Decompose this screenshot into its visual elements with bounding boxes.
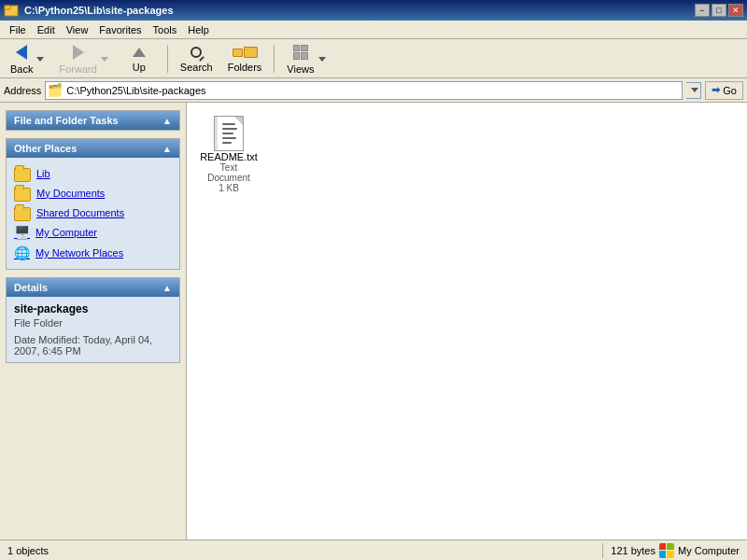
other-places-header[interactable]: Other Places ▲ <box>7 139 179 158</box>
search-icon <box>187 45 205 60</box>
views-label: Views <box>287 63 314 75</box>
other-places-content: Lib My Documents Shared Documents 🖥️ My … <box>7 158 179 269</box>
toolbar-separator-2 <box>274 45 275 73</box>
readme-filetype: Text Document <box>200 162 258 183</box>
views-button[interactable]: Views <box>280 42 331 76</box>
details-content: site-packages File Folder Date Modified:… <box>7 297 179 362</box>
status-bar: 1 objects 121 bytes My Computer <box>0 539 747 560</box>
forward-icon <box>69 43 88 62</box>
file-pane: README.txt Text Document 1 KB <box>187 103 747 539</box>
address-folder-icon: 🗂️ <box>48 83 63 97</box>
up-label: Up <box>133 62 146 73</box>
details-date-modified: Date Modified: Today, April 04, 2007, 6:… <box>14 334 172 357</box>
mycomputer-label: My Computer <box>35 227 97 238</box>
address-dropdown-icon <box>691 88 698 92</box>
address-bar: Address 🗂️ ➡ Go <box>0 78 747 103</box>
forward-label: Forward <box>59 63 96 75</box>
back-label: Back <box>10 63 33 75</box>
menu-view[interactable]: View <box>61 22 94 37</box>
forward-dropdown-arrow[interactable] <box>101 57 108 62</box>
maximize-button[interactable]: □ <box>712 4 726 17</box>
minimize-button[interactable]: − <box>695 4 710 17</box>
details-chevron: ▲ <box>162 283 172 293</box>
status-size: 121 bytes <box>611 545 655 556</box>
address-input[interactable] <box>66 85 680 96</box>
details-title: Details <box>14 282 48 293</box>
title-bar: C:\Python25\Lib\site-packages − □ ✕ <box>0 0 747 21</box>
go-label: Go <box>723 85 737 96</box>
title-bar-left: C:\Python25\Lib\site-packages <box>4 3 174 18</box>
other-places-chevron: ▲ <box>162 144 172 154</box>
menu-edit[interactable]: Edit <box>32 22 61 37</box>
folders-button[interactable]: Folders <box>221 42 269 76</box>
details-panel: Details ▲ site-packages File Folder Date… <box>6 277 180 363</box>
file-folder-tasks-title: File and Folder Tasks <box>14 115 119 126</box>
status-count: 1 objects <box>7 545 602 556</box>
file-folder-tasks-header[interactable]: File and Folder Tasks ▲ <box>7 111 179 130</box>
status-right: 121 bytes My Computer <box>602 543 740 558</box>
readme-filename: README.txt <box>200 151 258 162</box>
other-places-link-mycomputer[interactable]: 🖥️ My Computer <box>10 222 176 243</box>
views-dropdown-arrow[interactable] <box>318 57 326 62</box>
menu-bar: File Edit View Favorites Tools Help <box>0 21 747 39</box>
mynetwork-label: My Network Places <box>35 247 123 259</box>
other-places-title: Other Places <box>14 143 77 154</box>
svg-rect-1 <box>5 6 10 9</box>
menu-favorites[interactable]: Favorites <box>93 22 147 37</box>
mydocs-folder-icon <box>14 188 31 202</box>
toolbar-separator-1 <box>167 45 168 73</box>
mycomputer-icon: 🖥️ <box>14 225 30 240</box>
other-places-link-mynetwork[interactable]: 🌐 My Network Places <box>10 243 176 263</box>
folders-icon <box>235 45 254 60</box>
details-header[interactable]: Details ▲ <box>7 278 179 297</box>
back-button[interactable]: Back <box>4 42 50 76</box>
window-title: C:\Python25\Lib\site-packages <box>24 5 174 16</box>
sidebar: File and Folder Tasks ▲ Other Places ▲ L… <box>0 103 187 539</box>
other-places-link-mydocs[interactable]: My Documents <box>10 183 176 203</box>
folders-label: Folders <box>228 62 262 73</box>
title-controls[interactable]: − □ ✕ <box>695 4 743 17</box>
lib-folder-icon <box>14 168 31 182</box>
up-icon <box>130 45 148 60</box>
back-dropdown-arrow[interactable] <box>36 57 44 62</box>
up-button[interactable]: Up <box>117 42 162 76</box>
views-icon <box>291 43 310 62</box>
status-location: My Computer <box>678 545 740 556</box>
file-item-readme[interactable]: README.txt Text Document 1 KB <box>196 112 261 197</box>
other-places-link-shareddocs[interactable]: Shared Documents <box>10 203 176 222</box>
search-label: Search <box>180 62 213 73</box>
windows-logo-icon <box>659 543 674 558</box>
lib-label: Lib <box>36 168 50 179</box>
menu-file[interactable]: File <box>4 22 32 37</box>
close-button[interactable]: ✕ <box>728 4 743 17</box>
mynetwork-icon: 🌐 <box>14 245 30 260</box>
back-icon <box>12 43 31 62</box>
go-button[interactable]: ➡ Go <box>705 81 743 100</box>
forward-button[interactable]: Forward <box>52 42 114 76</box>
shareddocs-folder-icon <box>14 207 31 221</box>
address-label: Address <box>4 85 41 96</box>
go-arrow-icon: ➡ <box>712 84 720 96</box>
menu-help[interactable]: Help <box>182 22 215 37</box>
shareddocs-label: Shared Documents <box>36 207 124 218</box>
details-folder-type: File Folder <box>14 317 172 329</box>
other-places-panel: Other Places ▲ Lib My Documents Shared D… <box>6 138 180 270</box>
toolbar: Back Forward Up Search <box>0 39 747 78</box>
main-area: File and Folder Tasks ▲ Other Places ▲ L… <box>0 103 747 539</box>
address-input-wrapper[interactable]: 🗂️ <box>45 81 683 100</box>
file-folder-tasks-chevron: ▲ <box>162 116 172 126</box>
other-places-link-lib[interactable]: Lib <box>10 163 176 183</box>
readme-filesize: 1 KB <box>218 183 239 193</box>
details-folder-name: site-packages <box>14 302 172 315</box>
window-icon <box>4 3 19 18</box>
file-folder-tasks-panel: File and Folder Tasks ▲ <box>6 110 180 131</box>
menu-tools[interactable]: Tools <box>148 22 183 37</box>
address-dropdown-button[interactable] <box>686 82 701 99</box>
mydocs-label: My Documents <box>36 188 105 199</box>
readme-file-icon <box>214 116 244 151</box>
search-button[interactable]: Search <box>174 42 219 76</box>
